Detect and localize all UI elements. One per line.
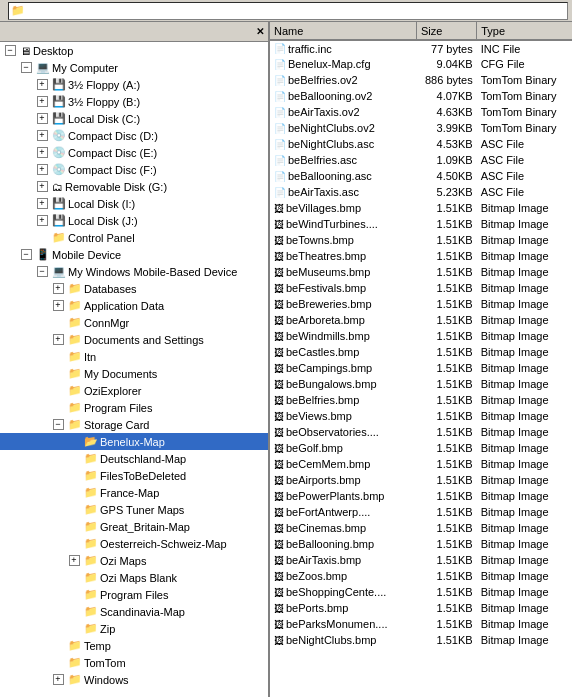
table-row[interactable]: 🖼beTowns.bmp1.51KBBitmap Image xyxy=(270,232,572,248)
expander-cd-d[interactable] xyxy=(34,128,50,144)
expander-floppy-b[interactable] xyxy=(34,94,50,110)
tree-item-great-britain[interactable]: 📁Great_Britain-Map xyxy=(0,518,268,535)
table-row[interactable]: 🖼beWindmills.bmp1.51KBBitmap Image xyxy=(270,328,572,344)
table-row[interactable]: 📄traffic.inc77 bytesINC File xyxy=(270,40,572,56)
expander-local-j[interactable] xyxy=(34,213,50,229)
table-row[interactable]: 🖼beBungalows.bmp1.51KBBitmap Image xyxy=(270,376,572,392)
tree-item-oziexplorer[interactable]: 📁OziExplorer xyxy=(0,382,268,399)
expander-local-c[interactable] xyxy=(34,111,50,127)
table-row[interactable]: 📄beAirTaxis.asc5.23KBASC File xyxy=(270,184,572,200)
tree-item-scandinavia[interactable]: 📁Scandinavia-Map xyxy=(0,603,268,620)
expander-ozi-maps[interactable] xyxy=(66,553,82,569)
folders-close-button[interactable]: ✕ xyxy=(256,26,264,37)
tree-item-ozi-maps-blank[interactable]: 📁Ozi Maps Blank xyxy=(0,569,268,586)
tree-item-mobile-device[interactable]: 📱Mobile Device xyxy=(0,246,268,263)
table-row[interactable]: 🖼beCastles.bmp1.51KBBitmap Image xyxy=(270,344,572,360)
tree-item-deutschland-map[interactable]: 📁Deutschland-Map xyxy=(0,450,268,467)
tree-item-local-i[interactable]: 💾Local Disk (I:) xyxy=(0,195,268,212)
tree-item-tomtom[interactable]: 📁TomTom xyxy=(0,654,268,671)
table-row[interactable]: 🖼beCampings.bmp1.51KBBitmap Image xyxy=(270,360,572,376)
tree-item-oesterreich[interactable]: 📁Oesterreich-Schweiz-Map xyxy=(0,535,268,552)
tree-item-mycomputer[interactable]: 💻My Computer xyxy=(0,59,268,76)
table-row[interactable]: 🖼beObservatories....1.51KBBitmap Image xyxy=(270,424,572,440)
tree-item-cd-e[interactable]: 💿Compact Disc (E:) xyxy=(0,144,268,161)
expander-removable-g[interactable] xyxy=(34,179,50,195)
tree-item-documents-settings[interactable]: 📁Documents and Settings xyxy=(0,331,268,348)
table-row[interactable]: 🖼beTheatres.bmp1.51KBBitmap Image xyxy=(270,248,572,264)
table-row[interactable]: 🖼bePorts.bmp1.51KBBitmap Image xyxy=(270,600,572,616)
tree-item-my-windows-mobile[interactable]: 💻My Windows Mobile-Based Device xyxy=(0,263,268,280)
table-row[interactable]: 🖼beBreweries.bmp1.51KBBitmap Image xyxy=(270,296,572,312)
tree-item-removable-g[interactable]: 🗂Removable Disk (G:) xyxy=(0,178,268,195)
tree-item-floppy-b[interactable]: 💾3½ Floppy (B:) xyxy=(0,93,268,110)
tree-item-cd-f[interactable]: 💿Compact Disc (F:) xyxy=(0,161,268,178)
tree-item-temp[interactable]: 📁Temp xyxy=(0,637,268,654)
tree-item-ozi-maps[interactable]: 📁Ozi Maps xyxy=(0,552,268,569)
expander-documents-settings[interactable] xyxy=(50,332,66,348)
table-row[interactable]: 🖼beAirTaxis.bmp1.51KBBitmap Image xyxy=(270,552,572,568)
tree-item-france-map[interactable]: 📁France-Map xyxy=(0,484,268,501)
tree-item-gps-tuner[interactable]: 📁GPS Tuner Maps xyxy=(0,501,268,518)
table-row[interactable]: 🖼beAirports.bmp1.51KBBitmap Image xyxy=(270,472,572,488)
tree-item-benelux-map[interactable]: 📂Benelux-Map xyxy=(0,433,268,450)
table-row[interactable]: 📄beBallooning.asc4.50KBASC File xyxy=(270,168,572,184)
table-row[interactable]: 🖼beVillages.bmp1.51KBBitmap Image xyxy=(270,200,572,216)
table-row[interactable]: 🖼bePowerPlants.bmp1.51KBBitmap Image xyxy=(270,488,572,504)
expander-mobile-device[interactable] xyxy=(18,247,34,263)
expander-floppy-a[interactable] xyxy=(34,77,50,93)
tree-item-databases[interactable]: 📁Databases xyxy=(0,280,268,297)
tree-item-windows[interactable]: 📁Windows xyxy=(0,671,268,688)
expander-storage-card[interactable] xyxy=(50,417,66,433)
table-row[interactable]: 📄Benelux-Map.cfg9.04KBCFG File xyxy=(270,56,572,72)
table-row[interactable]: 📄beBelfries.ov2886 bytesTomTom Binary xyxy=(270,72,572,88)
tree-item-cd-d[interactable]: 💿Compact Disc (D:) xyxy=(0,127,268,144)
tree-item-zip[interactable]: 📁Zip xyxy=(0,620,268,637)
tree-item-filestobd[interactable]: 📁FilesToBeDeleted xyxy=(0,467,268,484)
tree-item-application-data[interactable]: 📁Application Data xyxy=(0,297,268,314)
table-row[interactable]: 🖼beZoos.bmp1.51KBBitmap Image xyxy=(270,568,572,584)
expander-local-i[interactable] xyxy=(34,196,50,212)
expander-cd-f[interactable] xyxy=(34,162,50,178)
expander-desktop[interactable] xyxy=(2,43,18,59)
tree-item-desktop[interactable]: 🖥Desktop xyxy=(0,42,268,59)
table-row[interactable]: 🖼beWindTurbines....1.51KBBitmap Image xyxy=(270,216,572,232)
table-row[interactable]: 🖼beCinemas.bmp1.51KBBitmap Image xyxy=(270,520,572,536)
table-row[interactable]: 📄beBallooning.ov24.07KBTomTom Binary xyxy=(270,88,572,104)
expander-databases[interactable] xyxy=(50,281,66,297)
tree-item-local-j[interactable]: 💾Local Disk (J:) xyxy=(0,212,268,229)
tree-item-local-c[interactable]: 💾Local Disk (C:) xyxy=(0,110,268,127)
table-row[interactable]: 📄beAirTaxis.ov24.63KBTomTom Binary xyxy=(270,104,572,120)
tree-item-itn[interactable]: 📁Itn xyxy=(0,348,268,365)
col-type-header[interactable]: Type xyxy=(477,22,572,40)
tree-item-control-panel[interactable]: 📁Control Panel xyxy=(0,229,268,246)
table-row[interactable]: 🖼beCemMem.bmp1.51KBBitmap Image xyxy=(270,456,572,472)
expander-application-data[interactable] xyxy=(50,298,66,314)
col-size-header[interactable]: Size xyxy=(416,22,476,40)
tree-item-connmgr[interactable]: 📁ConnMgr xyxy=(0,314,268,331)
tree-item-program-files2[interactable]: 📁Program Files xyxy=(0,586,268,603)
table-row[interactable]: 📄beNightClubs.asc4.53KBASC File xyxy=(270,136,572,152)
tree-item-my-documents[interactable]: 📁My Documents xyxy=(0,365,268,382)
table-row[interactable]: 🖼beParksMonumen....1.51KBBitmap Image xyxy=(270,616,572,632)
tree-item-program-files[interactable]: 📁Program Files xyxy=(0,399,268,416)
table-row[interactable]: 🖼beBelfries.bmp1.51KBBitmap Image xyxy=(270,392,572,408)
table-row[interactable]: 🖼beMuseums.bmp1.51KBBitmap Image xyxy=(270,264,572,280)
table-row[interactable]: 🖼beViews.bmp1.51KBBitmap Image xyxy=(270,408,572,424)
expander-mycomputer[interactable] xyxy=(18,60,34,76)
table-row[interactable]: 🖼beArboreta.bmp1.51KBBitmap Image xyxy=(270,312,572,328)
table-row[interactable]: 🖼beNightClubs.bmp1.51KBBitmap Image xyxy=(270,632,572,648)
table-row[interactable]: 🖼beShoppingCente....1.51KBBitmap Image xyxy=(270,584,572,600)
expander-windows[interactable] xyxy=(50,672,66,688)
col-name-header[interactable]: Name xyxy=(270,22,416,40)
tree-item-floppy-a[interactable]: 💾3½ Floppy (A:) xyxy=(0,76,268,93)
table-row[interactable]: 🖼beFestivals.bmp1.51KBBitmap Image xyxy=(270,280,572,296)
address-input[interactable]: 📁 xyxy=(8,2,568,20)
tree-item-storage-card[interactable]: 📁Storage Card xyxy=(0,416,268,433)
folders-tree[interactable]: 🖥Desktop💻My Computer💾3½ Floppy (A:)💾3½ F… xyxy=(0,42,268,697)
table-row[interactable]: 📄beBelfries.asc1.09KBASC File xyxy=(270,152,572,168)
expander-cd-e[interactable] xyxy=(34,145,50,161)
table-row[interactable]: 🖼beFortAntwerp....1.51KBBitmap Image xyxy=(270,504,572,520)
table-row[interactable]: 📄beNightClubs.ov23.99KBTomTom Binary xyxy=(270,120,572,136)
table-row[interactable]: 🖼beGolf.bmp1.51KBBitmap Image xyxy=(270,440,572,456)
expander-my-windows-mobile[interactable] xyxy=(34,264,50,280)
